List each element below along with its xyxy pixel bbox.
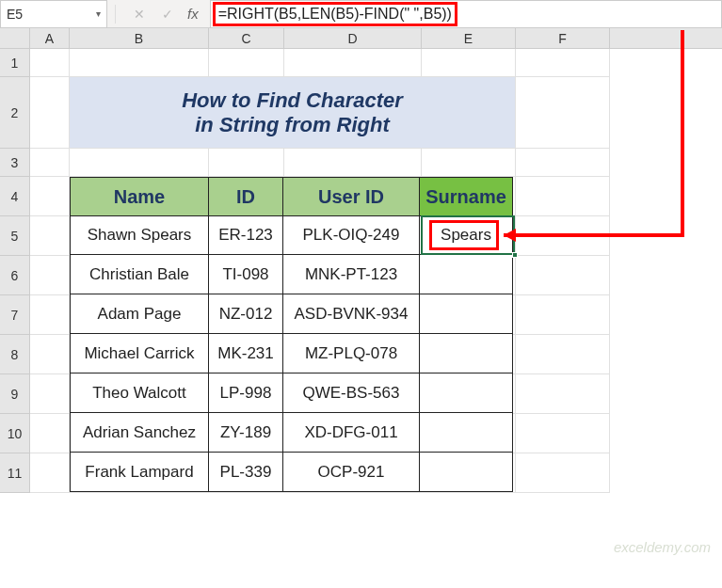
cell-id[interactable]: TI-098 (208, 254, 283, 294)
cell-id[interactable]: NZ-012 (208, 294, 283, 334)
cell-userid[interactable]: XD-DFG-011 (282, 412, 420, 453)
table-row: Shawn Spears ER-123 PLK-OIQ-249 Spears (70, 215, 513, 255)
cell-surname[interactable] (419, 333, 513, 373)
th-id[interactable]: ID (208, 177, 283, 216)
title-cell[interactable]: How to Find Character in String from Rig… (70, 77, 516, 149)
cell-id[interactable]: ZY-189 (208, 412, 283, 453)
row-header-9[interactable]: 9 (0, 374, 30, 414)
cell-surname[interactable]: Spears (419, 215, 513, 255)
cell[interactable] (30, 414, 70, 453)
cell[interactable] (422, 149, 516, 177)
cell-userid[interactable]: QWE-BS-563 (282, 373, 420, 413)
cell[interactable] (30, 295, 70, 335)
cell-id[interactable]: ER-123 (208, 215, 283, 255)
cell-name[interactable]: Adrian Sanchez (70, 412, 209, 453)
name-box[interactable]: E5 ▾ (0, 0, 107, 28)
cell[interactable] (422, 49, 516, 77)
row-header-10[interactable]: 10 (0, 414, 30, 453)
th-userid[interactable]: User ID (282, 177, 420, 216)
col-header-e[interactable]: E (422, 28, 516, 48)
col-header-d[interactable]: D (284, 28, 422, 48)
cell-surname[interactable] (419, 294, 513, 334)
cell-userid[interactable]: MZ-PLQ-078 (282, 333, 420, 373)
table-row: Adam Page NZ-012 ASD-BVNK-934 (70, 294, 513, 334)
cell-userid[interactable]: OCP-921 (282, 452, 420, 492)
cell-name[interactable]: Theo Walcott (70, 373, 209, 413)
cell-surname[interactable] (419, 452, 513, 492)
cell[interactable] (30, 453, 70, 493)
cell-name[interactable]: Frank Lampard (70, 452, 209, 492)
col-header-c[interactable]: C (209, 28, 284, 48)
formula-bar: E5 ▾ ✕ ✓ fx =RIGHT(B5,LEN(B5)-FIND(" ",B… (0, 0, 722, 28)
col-header-f[interactable]: F (516, 28, 610, 48)
cell[interactable] (516, 216, 610, 256)
row-headers: 1 2 3 4 5 6 7 8 9 10 11 (0, 49, 30, 493)
cell[interactable] (30, 335, 70, 374)
table-header-row: Name ID User ID Surname (70, 177, 513, 216)
title-line1: How to Find Character (182, 88, 403, 113)
cell-userid[interactable]: PLK-OIQ-249 (282, 215, 420, 255)
row-header-5[interactable]: 5 (0, 216, 30, 256)
cell-id[interactable]: PL-339 (208, 452, 283, 492)
cell[interactable] (209, 49, 284, 77)
cell[interactable] (284, 49, 422, 77)
select-all-corner[interactable] (0, 28, 30, 48)
cell-userid[interactable]: ASD-BVNK-934 (282, 294, 420, 334)
cell-surname[interactable] (419, 373, 513, 413)
cell[interactable] (209, 149, 284, 177)
formula-buttons: ✕ ✓ fx (107, 5, 210, 24)
name-box-dropdown-icon[interactable]: ▾ (96, 8, 101, 19)
col-header-a[interactable]: A (30, 28, 70, 48)
cell-name[interactable]: Christian Bale (70, 254, 209, 294)
cell[interactable] (516, 149, 610, 177)
cell[interactable] (284, 149, 422, 177)
cell[interactable] (516, 335, 610, 374)
cell-surname[interactable] (419, 412, 513, 453)
cell[interactable] (30, 177, 70, 216)
cell[interactable] (30, 374, 70, 414)
cell[interactable] (70, 149, 209, 177)
cell[interactable] (516, 453, 610, 493)
row-header-1[interactable]: 1 (0, 49, 30, 77)
column-headers: A B C D E F (0, 28, 722, 49)
row-header-8[interactable]: 8 (0, 335, 30, 374)
cell[interactable] (516, 49, 610, 77)
cell[interactable] (516, 295, 610, 335)
row-header-4[interactable]: 4 (0, 177, 30, 216)
row-header-11[interactable]: 11 (0, 453, 30, 493)
cell[interactable] (30, 49, 70, 77)
table-row: Michael Carrick MK-231 MZ-PLQ-078 (70, 334, 513, 373)
cell-id[interactable]: MK-231 (208, 333, 283, 373)
cell[interactable] (70, 49, 209, 77)
row-header-6[interactable]: 6 (0, 256, 30, 295)
cell[interactable] (516, 414, 610, 453)
watermark: exceldemy.com (614, 539, 711, 555)
cell[interactable] (30, 256, 70, 295)
row-header-7[interactable]: 7 (0, 295, 30, 335)
cell-surname[interactable] (419, 254, 513, 294)
cell-userid[interactable]: MNK-PT-123 (282, 254, 420, 294)
cell[interactable] (516, 374, 610, 414)
th-name[interactable]: Name (70, 177, 209, 216)
th-surname[interactable]: Surname (419, 177, 513, 216)
cell[interactable] (30, 77, 70, 149)
confirm-icon[interactable]: ✓ (159, 6, 176, 23)
cell-name[interactable]: Shawn Spears (70, 215, 209, 255)
title-line2: in String from Right (195, 113, 390, 137)
cell[interactable] (516, 177, 610, 216)
formula-input[interactable]: =RIGHT(B5,LEN(B5)-FIND(" ",B5)) (210, 0, 722, 28)
cells-area[interactable]: How to Find Character in String from Rig… (30, 49, 722, 493)
cell[interactable] (30, 149, 70, 177)
cell[interactable] (516, 77, 610, 149)
cell[interactable] (516, 256, 610, 295)
cell[interactable] (30, 216, 70, 256)
cell-name[interactable]: Adam Page (70, 294, 209, 334)
row-header-2[interactable]: 2 (0, 77, 30, 149)
row-header-3[interactable]: 3 (0, 149, 30, 177)
fx-icon[interactable]: fx (187, 6, 199, 22)
cancel-icon[interactable]: ✕ (131, 6, 148, 23)
cell-name[interactable]: Michael Carrick (70, 333, 209, 373)
col-header-b[interactable]: B (70, 28, 209, 48)
cell-id[interactable]: LP-998 (208, 373, 283, 413)
fill-handle[interactable] (512, 252, 518, 258)
